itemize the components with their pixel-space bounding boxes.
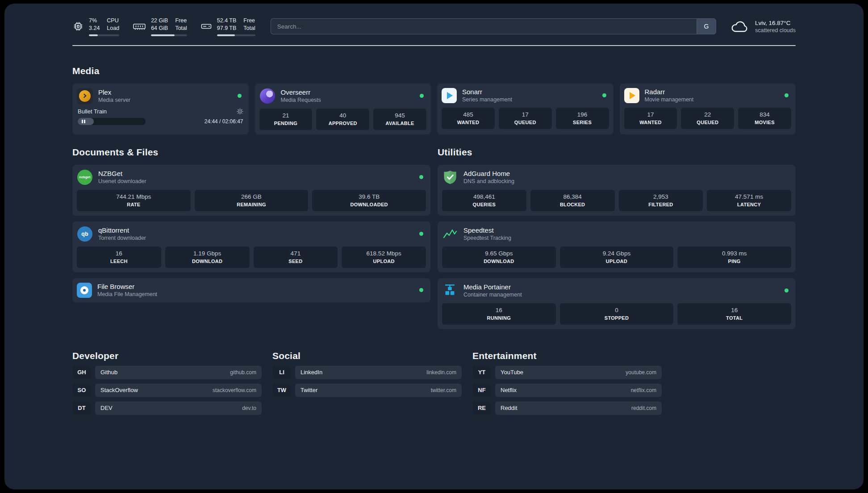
stat-value: 16 (679, 307, 789, 313)
app-card-speedtest[interactable]: Speedtest Speedtest Tracking 9.65 Gbps D… (438, 221, 796, 272)
ram-icon (133, 21, 146, 32)
search-input[interactable] (271, 18, 697, 34)
bookmark-row: YT YouTube youtube.com (472, 366, 662, 379)
portainer-icon-wrap (442, 283, 458, 299)
app-card-overseerr[interactable]: Overseerr Media Requests 21 PENDING 40 A… (255, 84, 431, 134)
stat-label: QUEUED (501, 120, 550, 125)
bookmark-group-social: Social LI LinkedIn linkedin.com TW Twitt… (272, 351, 462, 415)
stat-tile: 471 SEED (254, 246, 338, 268)
bookmark-name: StackOverflow (100, 387, 138, 393)
stat-tile: 47.571 ms LATENCY (707, 190, 791, 211)
pause-icon[interactable] (82, 120, 85, 123)
overseerr-icon-wrap (259, 88, 275, 104)
stat-value: 0 (562, 307, 672, 313)
stat-value: 17 (501, 111, 550, 118)
playback-progress-bar[interactable] (78, 118, 146, 125)
stat-label: MOVIES (740, 120, 789, 125)
stat-value: 21 (261, 112, 311, 119)
ram-total-value: 64 GiB (151, 25, 168, 32)
stat-tile: 39.6 TB DOWNLOADED (312, 190, 426, 211)
disk-total-label: Total (243, 25, 255, 32)
section-title-media: Media (72, 66, 796, 76)
stat-label: QUEUED (683, 120, 732, 125)
bookmark-link-twitter[interactable]: Twitter twitter.com (295, 384, 462, 397)
stat-label: LATENCY (709, 202, 789, 207)
weather-widget[interactable]: Lviv, 16.87°C scattered clouds (730, 19, 796, 33)
app-desc: Container management (463, 292, 522, 298)
bookmark-name: DEV (100, 405, 113, 411)
stat-tile: 2,953 FILTERED (619, 190, 703, 211)
app-card-radarr[interactable]: Radarr Movie management 17 WANTED 22 QUE… (620, 84, 796, 134)
status-dot (420, 94, 424, 98)
stat-value: 266 GB (196, 193, 307, 200)
app-card-sonarr[interactable]: Sonarr Series management 485 WANTED 17 Q… (437, 84, 613, 134)
bookmark-name: Reddit (501, 405, 517, 411)
app-name: Overseerr (281, 88, 321, 96)
stat-tile: 16 TOTAL (677, 303, 791, 325)
nzbget-icon: nzbget (77, 170, 92, 185)
stat-label: RATE (79, 202, 189, 207)
bookmark-abbr: TW (272, 384, 291, 397)
stat-value: 485 (443, 111, 493, 118)
app-card-nzbget[interactable]: nzbget NZBGet Usenet downloader 744.21 M… (72, 165, 430, 216)
app-card-portainer[interactable]: Media Portainer Container management 16 … (438, 278, 796, 329)
stat-value: 40 (318, 112, 367, 119)
bookmark-abbr: YT (472, 366, 491, 379)
status-dot (419, 232, 423, 236)
app-name: qBittorrent (98, 226, 146, 234)
portainer-crane-icon (442, 283, 458, 298)
bookmark-link-youtube[interactable]: YouTube youtube.com (495, 366, 662, 379)
bookmark-url: twitter.com (431, 387, 456, 393)
disk-total-value: 97.9 TB (217, 25, 237, 32)
bookmark-url: stackoverflow.com (213, 387, 256, 393)
app-desc: Usenet downloader (98, 178, 146, 184)
nzbget-icon-wrap: nzbget (77, 169, 93, 185)
disk-progress-bar (217, 34, 255, 36)
bookmark-abbr: SO (72, 384, 91, 397)
app-name: Speedtest (463, 226, 511, 234)
app-card-adguard[interactable]: AdGuard Home DNS and adblocking 498,461 … (438, 165, 796, 216)
bookmark-row: NF Netflix netflix.com (472, 384, 662, 397)
app-card-filebrowser[interactable]: File Browser Media File Management (72, 278, 430, 302)
bookmark-abbr: LI (272, 366, 291, 379)
stat-tile: 21 PENDING (259, 109, 313, 130)
cpu-load-label: Load (107, 25, 119, 32)
bookmark-link-github[interactable]: Github github.com (95, 366, 262, 379)
app-name: Sonarr (462, 88, 512, 96)
plex-icon (77, 88, 93, 104)
stat-tile: 744.21 Mbps RATE (77, 190, 191, 211)
bookmark-link-reddit[interactable]: Reddit reddit.com (495, 401, 662, 415)
bookmark-url: dev.to (242, 405, 256, 411)
stat-tile: 618.52 Mbps UPLOAD (342, 246, 426, 268)
ram-free-label: Free (175, 17, 187, 25)
stat-label: TOTAL (679, 315, 789, 321)
bookmark-abbr: GH (72, 366, 91, 379)
bookmark-link-netflix[interactable]: Netflix netflix.com (495, 384, 662, 397)
bookmark-url: netflix.com (631, 387, 656, 393)
section-title-developer: Developer (72, 351, 262, 361)
stat-tile: 1.19 Gbps DOWNLOAD (165, 246, 250, 268)
bookmark-row: TW Twitter twitter.com (272, 384, 462, 397)
bookmark-link-dev[interactable]: DEV dev.to (95, 401, 262, 415)
bookmark-row: RE Reddit reddit.com (472, 401, 662, 415)
gear-icon[interactable] (237, 108, 243, 115)
app-desc: Series management (462, 96, 512, 103)
stat-label: BLOCKED (532, 202, 613, 207)
stat-tile: 22 QUEUED (681, 108, 734, 129)
search-engine-button[interactable]: G (697, 18, 716, 34)
app-name: NZBGet (98, 170, 146, 177)
cpu-load-value: 3.24 (89, 25, 100, 32)
disk-free-label: Free (243, 17, 255, 25)
app-name: Plex (98, 88, 130, 96)
bookmark-name: YouTube (501, 369, 523, 376)
stat-label: APPROVED (318, 121, 367, 126)
stat-value: 16 (444, 307, 554, 313)
app-card-plex[interactable]: Plex Media server Bullet Train (72, 84, 249, 134)
bookmark-link-linkedin[interactable]: LinkedIn linkedin.com (295, 366, 462, 379)
stat-value: 744.21 Mbps (79, 193, 189, 200)
stat-tile: 834 MOVIES (738, 108, 791, 129)
app-card-qbittorrent[interactable]: qb qBittorrent Torrent downloader 16 (72, 221, 430, 272)
bookmark-group-developer: Developer GH Github github.com SO StackO… (72, 351, 262, 415)
stat-label: DOWNLOAD (444, 259, 554, 264)
bookmark-link-stackoverflow[interactable]: StackOverflow stackoverflow.com (95, 384, 262, 397)
